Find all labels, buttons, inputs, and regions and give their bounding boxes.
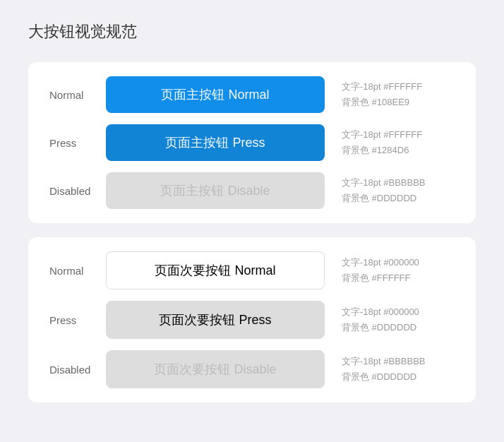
state-label: Normal [49, 265, 106, 277]
state-label: Normal [49, 89, 106, 101]
spec-label: 文字-18pt #BBBBBB背景色 #DDDDDD [342, 175, 426, 206]
page-title: 大按钮视觉规范 [28, 21, 476, 42]
btn-primary-press[interactable]: 页面主按钮 Press [106, 124, 325, 161]
btn-secondary-normal[interactable]: 页面次要按钮 Normal [106, 251, 325, 289]
state-label: Disabled [49, 185, 106, 197]
spec-label: 文字-18pt #BBBBBB背景色 #DDDDDD [342, 354, 426, 385]
state-label: Disabled [49, 364, 106, 376]
spec-label: 文字-18pt #000000背景色 #DDDDDD [342, 304, 419, 335]
button-row: Normal页面主按钮 Normal文字-18pt #FFFFFF背景色 #10… [49, 76, 455, 113]
spec-label: 文字-18pt #FFFFFF背景色 #108EE9 [342, 79, 422, 110]
button-row: Disabled页面主按钮 Disable文字-18pt #BBBBBB背景色 … [49, 172, 455, 209]
button-row: Disabled页面次要按钮 Disable文字-18pt #BBBBBB背景色… [49, 350, 455, 388]
section-secondary: Normal页面次要按钮 Normal文字-18pt #000000背景色 #F… [28, 237, 476, 402]
button-row: Normal页面次要按钮 Normal文字-18pt #000000背景色 #F… [49, 251, 455, 289]
state-label: Press [49, 314, 106, 326]
spec-label: 文字-18pt #000000背景色 #FFFFFF [342, 255, 419, 286]
btn-primary-normal[interactable]: 页面主按钮 Normal [106, 76, 325, 113]
spec-label: 文字-18pt #FFFFFF背景色 #1284D6 [342, 127, 422, 158]
btn-secondary-disabled: 页面次要按钮 Disable [106, 350, 325, 388]
state-label: Press [49, 137, 106, 149]
button-row: Press页面主按钮 Press文字-18pt #FFFFFF背景色 #1284… [49, 124, 455, 161]
btn-secondary-press[interactable]: 页面次要按钮 Press [106, 301, 325, 339]
section-primary: Normal页面主按钮 Normal文字-18pt #FFFFFF背景色 #10… [28, 62, 476, 223]
btn-primary-disabled: 页面主按钮 Disable [106, 172, 325, 209]
button-row: Press页面次要按钮 Press文字-18pt #000000背景色 #DDD… [49, 301, 455, 339]
